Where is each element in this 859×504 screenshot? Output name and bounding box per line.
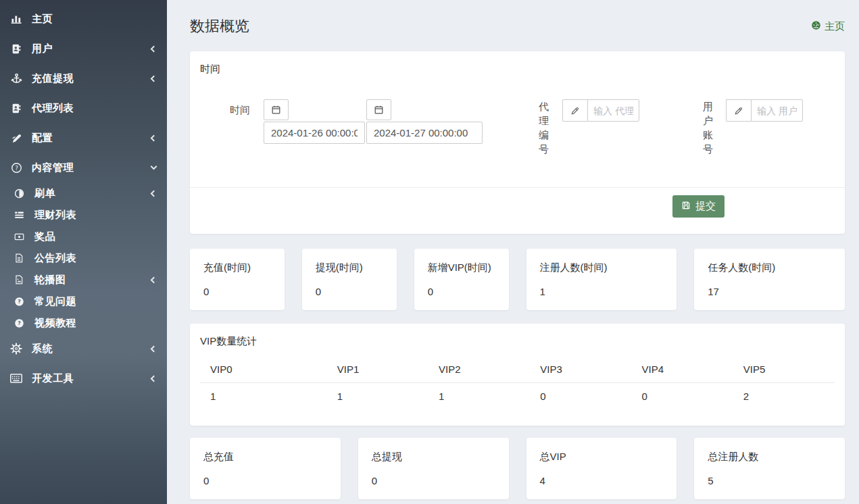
stat-value: 0 <box>316 286 383 297</box>
vip-stats-table: VIP0 VIP1 VIP2 VIP3 VIP4 VIP5 1 1 1 0 0 … <box>200 356 835 409</box>
sidebar-item-video-tutorials[interactable]: ? 视频教程 <box>0 312 167 334</box>
sidebar-item-home[interactable]: 主页 <box>0 4 167 34</box>
submit-button[interactable]: 提交 <box>672 195 725 218</box>
column-header: VIP4 <box>632 356 733 383</box>
calendar-icon[interactable] <box>264 99 289 120</box>
total-label: 总充值 <box>203 451 327 463</box>
sidebar-item-label: 奖品 <box>34 230 55 243</box>
table-cell: 1 <box>327 383 428 410</box>
total-card-withdraw: 总提现 0 <box>358 438 509 499</box>
filter-panel: 时间 时间 代理编号 用户账号 <box>190 51 845 234</box>
address-book-icon <box>9 43 23 55</box>
svg-text:?: ? <box>15 164 18 171</box>
chevron-left-icon <box>151 134 157 141</box>
pencil-icon <box>562 99 587 122</box>
chevron-left-icon <box>151 345 157 352</box>
stat-card-recharge: 充值(时间) 0 <box>190 249 285 310</box>
column-header: VIP3 <box>530 356 631 383</box>
sidebar-item-label: 视频教程 <box>34 317 76 330</box>
svg-text:?: ? <box>18 320 21 326</box>
user-account-label: 用户账号 <box>703 99 716 156</box>
total-card-vip: 总VIP 4 <box>526 438 677 499</box>
question-solid-icon: ? <box>12 317 26 329</box>
stat-card-registered: 注册人数(时间) 1 <box>526 249 677 310</box>
chevron-left-icon <box>151 75 157 82</box>
sidebar-item-config[interactable]: 配置 <box>0 123 167 153</box>
list-icon <box>12 209 26 221</box>
sidebar-item-label: 充值提现 <box>32 72 74 85</box>
breadcrumb[interactable]: 主页 <box>811 20 845 33</box>
column-header: VIP2 <box>428 356 530 383</box>
total-card-recharge: 总充值 0 <box>190 438 341 499</box>
address-book-icon <box>9 102 23 114</box>
keyboard-icon <box>9 372 23 384</box>
breadcrumb-home-link[interactable]: 主页 <box>825 20 845 33</box>
date-to-input[interactable] <box>366 122 483 144</box>
chevron-left-icon <box>151 375 157 382</box>
chart-bar-icon <box>9 13 23 25</box>
question-circle-icon: ? <box>9 161 23 174</box>
main-content: 数据概览 主页 时间 时间 代理编号 <box>167 0 859 499</box>
chevron-left-icon <box>151 276 157 283</box>
vip-stats-panel: VIP数量统计 VIP0 VIP1 VIP2 VIP3 VIP4 VIP5 1 … <box>190 324 845 426</box>
table-cell: 0 <box>632 383 733 410</box>
user-account-input[interactable] <box>751 99 803 122</box>
column-header: VIP5 <box>733 356 835 383</box>
filter-footer: 提交 <box>190 188 845 234</box>
date-from-input[interactable] <box>264 122 365 144</box>
sidebar-item-label: 代理列表 <box>32 102 74 115</box>
sidebar-item-label: 配置 <box>32 132 53 145</box>
stat-value: 0 <box>428 286 495 297</box>
question-solid-icon: ? <box>12 295 26 307</box>
sidebar-item-brush-orders[interactable]: 刷单 <box>0 182 167 204</box>
sidebar-item-faq[interactable]: ? 常见问题 <box>0 291 167 312</box>
file-text-icon <box>12 252 26 264</box>
stat-card-withdraw: 提现(时间) 0 <box>302 249 397 310</box>
sidebar-item-label: 主页 <box>32 13 53 26</box>
sidebar-item-carousel[interactable]: 轮播图 <box>0 269 167 291</box>
sidebar-item-agent-list[interactable]: 代理列表 <box>0 93 167 123</box>
stat-label: 注册人数(时间) <box>540 261 664 274</box>
stat-card-tasks: 任务人数(时间) 17 <box>694 249 845 310</box>
page-header: 数据概览 主页 <box>190 0 845 36</box>
total-label: 总注册人数 <box>708 451 831 463</box>
agent-id-input[interactable] <box>587 99 639 122</box>
chevron-left-icon <box>151 190 157 197</box>
sidebar-item-label: 系统 <box>32 343 53 355</box>
submit-button-label: 提交 <box>695 200 716 213</box>
svg-text:?: ? <box>18 299 21 305</box>
table-cell: 1 <box>428 383 530 410</box>
table-cell: 1 <box>200 383 327 410</box>
adjust-icon <box>12 187 26 199</box>
gear-icon <box>9 343 23 355</box>
sidebar-item-content-management[interactable]: ? 内容管理 <box>0 153 167 182</box>
sidebar-item-prizes[interactable]: 奖品 <box>0 226 167 247</box>
save-icon <box>681 201 691 212</box>
total-card-registered: 总注册人数 5 <box>694 438 845 499</box>
sidebar-item-users[interactable]: 用户 <box>0 34 167 64</box>
sidebar-item-recharge-withdraw[interactable]: 充值提现 <box>0 64 167 93</box>
calendar-icon[interactable] <box>366 99 391 120</box>
total-value: 4 <box>540 475 664 486</box>
total-value: 5 <box>708 475 831 486</box>
sidebar-item-label: 刷单 <box>34 187 55 200</box>
pen-icon <box>9 132 23 144</box>
date-from-group <box>264 99 365 144</box>
pencil-icon <box>726 99 751 122</box>
stat-label: 充值(时间) <box>203 261 271 274</box>
total-label: 总VIP <box>540 451 664 463</box>
table-cell: 2 <box>733 383 835 410</box>
stat-value: 0 <box>203 286 271 297</box>
stat-card-new-vip: 新增VIP(时间) 0 <box>414 249 509 310</box>
stat-label: 任务人数(时间) <box>708 261 831 274</box>
sidebar-item-announcement-list[interactable]: 公告列表 <box>0 247 167 269</box>
sidebar-item-system[interactable]: 系统 <box>0 334 167 363</box>
time-label: 时间 <box>220 99 250 120</box>
agent-id-group <box>562 99 639 122</box>
sidebar-item-finance-list[interactable]: 理财列表 <box>0 204 167 226</box>
filter-form: 时间 代理编号 用户账号 <box>190 99 845 156</box>
stat-label: 新增VIP(时间) <box>428 261 495 274</box>
chevron-down-icon <box>151 163 157 170</box>
stat-value: 17 <box>708 286 831 297</box>
sidebar-item-dev-tools[interactable]: 开发工具 <box>0 363 167 393</box>
